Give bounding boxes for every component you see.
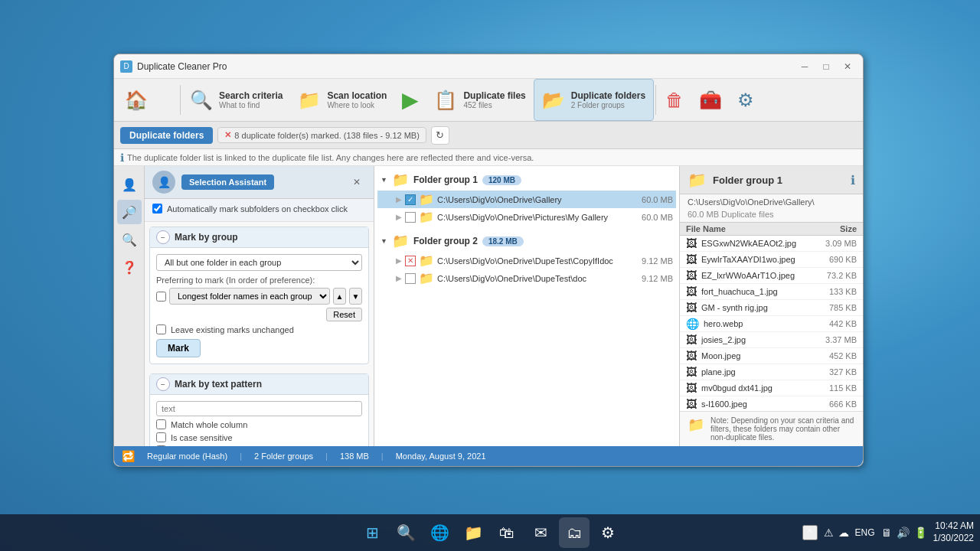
file-explorer-icon: 📁 xyxy=(464,523,483,542)
note-icon: 📁 xyxy=(688,416,704,433)
tray-battery-icon: 🔋 xyxy=(914,527,927,539)
run-button[interactable]: ▶ xyxy=(394,79,426,121)
right-panel: 📁 Folder group 1 ℹ C:\Users\DigVo\OneDri… xyxy=(679,166,863,446)
folder-checkbox-2-2[interactable] xyxy=(405,273,416,284)
mark-group-button[interactable]: Mark xyxy=(156,339,201,357)
file-row[interactable]: 🖼GM - synth rig.jpg785 KB xyxy=(680,300,863,316)
pref-dropdown[interactable]: Longest folder names in each group xyxy=(169,288,330,305)
match-whole-checkbox[interactable] xyxy=(156,419,166,429)
group-folder-icon-2: 📁 xyxy=(392,233,409,249)
file-row[interactable]: 🖼ESGxwN2WkAEAOt2.jpg3.09 MB xyxy=(680,236,863,252)
group-dropdown[interactable]: All but one folder in each group xyxy=(156,254,362,271)
search-criteria-sub: What to find xyxy=(219,101,283,109)
pref-up-button[interactable]: ▲ xyxy=(333,288,346,305)
maximize-button[interactable]: □ xyxy=(817,59,835,74)
folder-checkbox-1-2[interactable] xyxy=(405,212,416,223)
case-sensitive-label[interactable]: Is case sensitive xyxy=(156,432,362,442)
file-row[interactable]: 🖼Moon.jpeg452 KB xyxy=(680,348,863,364)
file-type-icon: 🖼 xyxy=(686,350,697,362)
start-button[interactable]: ⊞ xyxy=(357,517,387,548)
sidebar-help-button[interactable]: ❓ xyxy=(117,255,142,279)
folders-icon: 📂 xyxy=(542,90,565,111)
sidebar-search-button[interactable]: 🔍 xyxy=(117,227,142,252)
match-whole-text: Match whole column xyxy=(171,420,247,429)
taskbar-dc-button[interactable]: 🗂 xyxy=(559,517,590,548)
home-button[interactable]: 🏠 xyxy=(117,79,178,121)
use-regex-checkbox[interactable] xyxy=(156,445,166,446)
folder-item-1-2[interactable]: ▶ 📁 C:\Users\DigVo\OneDrive\Pictures\My … xyxy=(377,208,676,226)
taskbar-settings-button[interactable]: ⚙ xyxy=(593,517,623,548)
duplicate-folders-tab[interactable]: Duplicate folders xyxy=(120,127,213,144)
file-type-icon: 🖼 xyxy=(686,285,697,298)
file-row[interactable]: 🖼mv0bgud dxt41.jpg115 KB xyxy=(680,380,863,396)
case-sensitive-text: Is case sensitive xyxy=(171,433,233,442)
refresh-button[interactable]: ↻ xyxy=(431,126,449,145)
file-type-icon: 🖼 xyxy=(686,398,697,410)
auto-mark-label[interactable]: Automatically mark subfolders on checkbo… xyxy=(152,204,366,214)
search-criteria-button[interactable]: 🔍 Search criteria What to find xyxy=(182,79,290,121)
tray-expand-button[interactable]: ^ xyxy=(802,525,818,540)
sidebar-filter-button[interactable]: 🔎 xyxy=(117,200,142,224)
group-size-2: 18.2 MB xyxy=(482,236,524,246)
scan-location-button[interactable]: 📁 Scan location Where to look xyxy=(290,79,394,121)
leave-existing-text-group: Leave existing marks unchanged xyxy=(171,325,294,334)
delete-button[interactable]: 🗑 xyxy=(658,79,691,121)
match-whole-label[interactable]: Match whole column xyxy=(156,419,362,429)
auto-mark-checkbox[interactable] xyxy=(152,204,162,214)
main-content: 👤 🔎 🔍 ❓ 👤 Selection Assistant ✕ Automati… xyxy=(114,166,863,446)
file-row[interactable]: 🌐hero.webp442 KB xyxy=(680,316,863,332)
taskbar-files-button[interactable]: 📁 xyxy=(458,517,488,548)
case-sensitive-checkbox[interactable] xyxy=(156,432,166,442)
taskbar-mail-button[interactable]: ✉ xyxy=(525,517,556,548)
duplicate-folders-button[interactable]: 📂 Duplicate folders 2 Folder groups xyxy=(534,79,654,121)
file-row[interactable]: 🖼s-l1600.jpeg666 KB xyxy=(680,396,863,411)
selection-assistant-button[interactable]: Selection Assistant xyxy=(181,174,274,190)
duplicate-files-button[interactable]: 📋 Duplicate files 452 files xyxy=(426,79,533,121)
pref-down-button[interactable]: ▼ xyxy=(349,288,362,305)
collapse-text-button[interactable]: − xyxy=(156,377,170,391)
leave-existing-label-group[interactable]: Leave existing marks unchanged xyxy=(156,324,362,334)
file-row[interactable]: 🖼fort_huachuca_1.jpg133 KB xyxy=(680,284,863,300)
file-row[interactable]: 🖼EZ_lxrWWoAArT1O.jpeg73.2 KB xyxy=(680,268,863,284)
expand-icon-1: ▼ xyxy=(381,176,387,184)
folder-group-1-header[interactable]: ▼ 📁 Folder group 1 120 MB xyxy=(377,169,676,191)
taskbar-store-button[interactable]: 🛍 xyxy=(492,517,522,548)
close-button[interactable]: ✕ xyxy=(838,59,857,74)
folder-item-2-1[interactable]: ▶ ✕ 📁 C:\Users\DigVo\OneDrive\DupeTest\C… xyxy=(377,252,676,269)
col-size-header: Size xyxy=(840,224,857,233)
file-size: 452 KB xyxy=(829,351,857,360)
use-regex-label[interactable]: Use Regular Expressions xyxy=(156,445,362,446)
scan-location-label: Scan location xyxy=(327,90,387,101)
taskbar-search-button[interactable]: 🔍 xyxy=(390,517,421,548)
taskbar-edge-button[interactable]: 🌐 xyxy=(424,517,455,548)
panel-close-button[interactable]: ✕ xyxy=(348,174,366,190)
file-type-icon: 🖼 xyxy=(686,334,697,346)
section-header-group[interactable]: − Mark by group xyxy=(150,227,368,248)
file-row[interactable]: 🖼josies_2.jpg3.37 MB xyxy=(680,332,863,348)
window-title: Duplicate Cleaner Pro xyxy=(137,61,795,72)
minimize-button[interactable]: ─ xyxy=(795,59,814,74)
pref-checkbox[interactable] xyxy=(156,292,166,302)
file-row[interactable]: 🖼plane.jpg327 KB xyxy=(680,364,863,380)
info-icon: ℹ xyxy=(120,152,124,164)
leave-existing-checkbox-group[interactable] xyxy=(156,324,166,334)
folder-path-2-2: C:\Users\DigVo\OneDrive\DupeTest\doc xyxy=(437,274,639,283)
sidebar-profile-button[interactable]: 👤 xyxy=(117,172,142,197)
text-pattern-input[interactable] xyxy=(156,401,362,416)
folder-checkbox-1-1[interactable]: ✓ xyxy=(405,194,416,205)
folder-icon-2-2: 📁 xyxy=(419,271,434,285)
collapse-group-button[interactable]: − xyxy=(156,230,170,244)
file-row[interactable]: 🖼EywIrTaXAAYDI1wo.jpeg690 KB xyxy=(680,252,863,268)
folder-item-1-1[interactable]: ▶ ✓ 📁 C:\Users\DigVo\OneDrive\Gallery 60… xyxy=(377,191,676,208)
settings-button[interactable]: ⚙ xyxy=(730,79,762,121)
mail-icon: ✉ xyxy=(534,523,547,542)
folder-item-2-2[interactable]: ▶ 📁 C:\Users\DigVo\OneDrive\DupeTest\doc… xyxy=(377,269,676,287)
folder-size-2-2: 9.12 MB xyxy=(642,274,673,283)
archive-button[interactable]: 🧰 xyxy=(691,79,730,121)
section-header-text[interactable]: − Mark by text pattern xyxy=(150,374,368,395)
tray-warning-icon: ⚠ xyxy=(824,527,834,539)
folder-path-1-1: C:\Users\DigVo\OneDrive\Gallery xyxy=(437,195,639,204)
folder-checkbox-2-1[interactable]: ✕ xyxy=(405,256,416,266)
folder-group-2-header[interactable]: ▼ 📁 Folder group 2 18.2 MB xyxy=(377,230,676,252)
reset-button[interactable]: Reset xyxy=(326,308,362,321)
